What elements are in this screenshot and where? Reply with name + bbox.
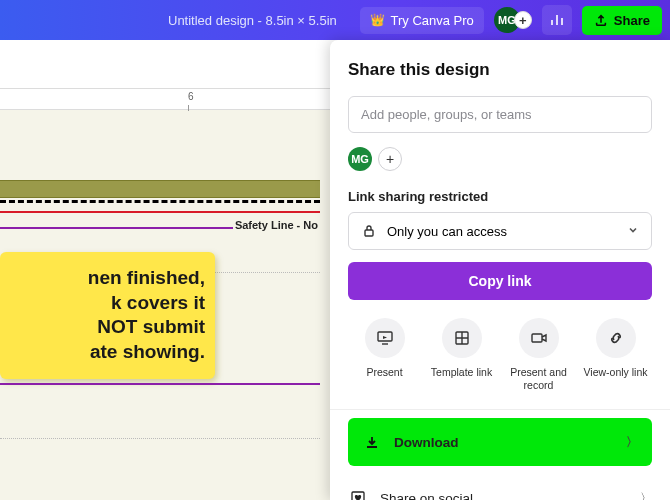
dashed-line [0, 200, 320, 203]
try-canva-pro-button[interactable]: 👑 Try Canva Pro [360, 7, 484, 34]
olive-bar [0, 180, 320, 198]
chevron-right-icon: 〉 [640, 490, 652, 500]
access-selected-label: Only you can access [387, 224, 507, 239]
add-people-input[interactable] [348, 96, 652, 133]
link-sharing-label: Link sharing restricted [348, 189, 652, 204]
view-only-option[interactable]: View-only link [579, 318, 652, 391]
copy-link-button[interactable]: Copy link [348, 262, 652, 300]
try-pro-label: Try Canva Pro [391, 13, 474, 28]
download-icon [364, 434, 380, 450]
record-icon [530, 329, 548, 347]
red-line [0, 211, 320, 213]
share-options-row: Present Template link Present and record… [348, 318, 652, 391]
share-panel-title: Share this design [348, 60, 652, 80]
svg-rect-3 [532, 334, 542, 342]
lock-icon [361, 223, 377, 239]
svg-rect-0 [365, 230, 373, 236]
chevron-right-icon: 〉 [626, 434, 638, 451]
ruler-tick: 6 [188, 91, 194, 102]
upload-icon [594, 13, 608, 27]
present-icon [376, 329, 394, 347]
share-label: Share [614, 13, 650, 28]
add-collaborator-button[interactable]: + [378, 147, 402, 171]
plus-icon: + [514, 11, 532, 29]
note-text-line: ate showing. [4, 340, 205, 365]
download-label: Download [394, 435, 459, 450]
access-level-select[interactable]: Only you can access [348, 212, 652, 250]
present-record-option[interactable]: Present and record [502, 318, 575, 391]
present-option[interactable]: Present [348, 318, 421, 391]
heart-box-icon [350, 490, 366, 500]
collaborators-button[interactable]: MG + [494, 7, 532, 33]
template-link-option[interactable]: Template link [425, 318, 498, 391]
note-text-line: k covers it [4, 291, 205, 316]
share-social-row[interactable]: Share on social 〉 [348, 474, 652, 500]
plus-icon: + [386, 151, 394, 167]
link-icon [607, 329, 625, 347]
note-text-line: nen finished, [4, 266, 205, 291]
share-button[interactable]: Share [582, 6, 662, 35]
top-bar: Untitled design - 8.5in × 5.5in 👑 Try Ca… [0, 0, 670, 40]
present-record-label: Present and record [507, 366, 571, 391]
safety-line-label: Safety Line - No [233, 219, 320, 231]
template-link-label: Template link [431, 366, 492, 379]
share-social-label: Share on social [380, 491, 473, 500]
purple-line [0, 383, 320, 385]
present-label: Present [366, 366, 402, 379]
template-icon [453, 329, 471, 347]
avatar[interactable]: MG [348, 147, 372, 171]
bar-chart-icon [549, 12, 565, 28]
note-text-line: NOT submit [4, 315, 205, 340]
yellow-sticky-note[interactable]: nen finished, k covers it NOT submit ate… [0, 252, 215, 379]
design-artifact: Safety Line - No [0, 180, 320, 229]
insights-button[interactable] [542, 5, 572, 35]
divider [330, 409, 670, 410]
crown-icon: 👑 [370, 13, 385, 27]
chevron-down-icon [627, 224, 639, 239]
svg-rect-1 [378, 332, 392, 341]
collaborators-row: MG + [348, 147, 652, 171]
download-row[interactable]: Download 〉 [348, 418, 652, 466]
view-only-label: View-only link [584, 366, 648, 379]
share-panel: Share this design MG + Link sharing rest… [330, 40, 670, 500]
document-title[interactable]: Untitled design - 8.5in × 5.5in [168, 13, 337, 28]
dotted-guide [0, 438, 320, 439]
